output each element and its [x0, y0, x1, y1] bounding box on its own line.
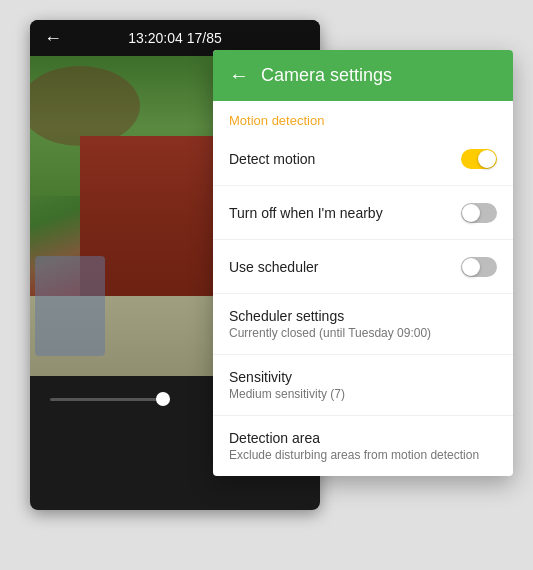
use-scheduler-label: Use scheduler	[229, 259, 461, 275]
turn-off-nearby-label: Turn off when I'm nearby	[229, 205, 461, 221]
detect-motion-toggle[interactable]	[461, 149, 497, 169]
use-scheduler-toggle[interactable]	[461, 257, 497, 277]
settings-item-turn-off-nearby: Turn off when I'm nearby	[213, 186, 513, 240]
camera-back-button[interactable]: ←	[44, 28, 62, 49]
use-scheduler-text: Use scheduler	[229, 259, 461, 275]
sensitivity-label: Sensitivity	[229, 369, 497, 385]
detection-area-text: Detection area Exclude disturbing areas …	[229, 430, 497, 462]
turn-off-nearby-toggle[interactable]	[461, 203, 497, 223]
progress-bar[interactable]	[50, 398, 193, 401]
progress-thumb	[156, 392, 170, 406]
settings-item-detect-motion: Detect motion	[213, 132, 513, 186]
settings-title: Camera settings	[261, 65, 392, 86]
use-scheduler-toggle-thumb	[462, 258, 480, 276]
settings-item-detection-area[interactable]: Detection area Exclude disturbing areas …	[213, 416, 513, 476]
camera-timestamp: 13:20:04 17/85	[128, 30, 221, 46]
detect-motion-toggle-thumb	[478, 150, 496, 168]
bike-area	[35, 256, 105, 356]
settings-item-sensitivity[interactable]: Sensitivity Medium sensitivity (7)	[213, 355, 513, 416]
progress-track	[50, 398, 170, 401]
section-label: Motion detection	[213, 101, 513, 132]
settings-item-scheduler-settings[interactable]: Scheduler settings Currently closed (unt…	[213, 294, 513, 355]
turn-off-nearby-text: Turn off when I'm nearby	[229, 205, 461, 221]
scheduler-settings-sublabel: Currently closed (until Tuesday 09:00)	[229, 326, 497, 340]
settings-item-use-scheduler: Use scheduler	[213, 240, 513, 294]
settings-header: ← Camera settings	[213, 50, 513, 101]
scheduler-settings-text: Scheduler settings Currently closed (unt…	[229, 308, 497, 340]
settings-back-button[interactable]: ←	[229, 64, 249, 87]
sensitivity-sublabel: Medium sensitivity (7)	[229, 387, 497, 401]
detect-motion-text: Detect motion	[229, 151, 461, 167]
sensitivity-text: Sensitivity Medium sensitivity (7)	[229, 369, 497, 401]
settings-panel: ← Camera settings Motion detection Detec…	[213, 50, 513, 476]
scheduler-settings-label: Scheduler settings	[229, 308, 497, 324]
detect-motion-label: Detect motion	[229, 151, 461, 167]
turn-off-nearby-toggle-thumb	[462, 204, 480, 222]
detection-area-label: Detection area	[229, 430, 497, 446]
detection-area-sublabel: Exclude disturbing areas from motion det…	[229, 448, 497, 462]
